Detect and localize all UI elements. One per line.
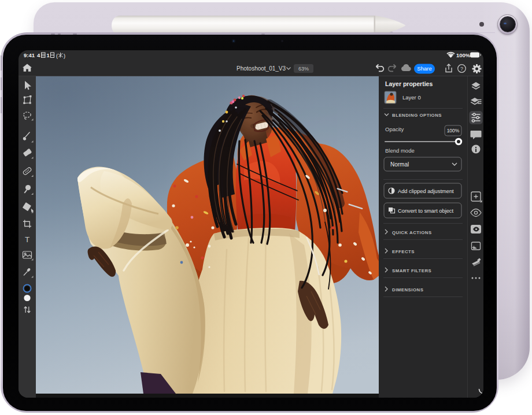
svg-text:BLENDING OPTIONS: BLENDING OPTIONS <box>392 113 442 118</box>
svg-text:Share: Share <box>417 65 431 72</box>
svg-text:DIMENSIONS: DIMENSIONS <box>392 287 423 292</box>
svg-text:4: 4 <box>37 52 40 58</box>
svg-text:Blend mode: Blend mode <box>385 147 415 154</box>
svg-text:Layer 0: Layer 0 <box>402 94 421 101</box>
svg-text:Layer properties: Layer properties <box>385 80 433 87</box>
svg-text:SMART FILTERS: SMART FILTERS <box>392 268 431 273</box>
svg-text:Photoshoot_01_V3: Photoshoot_01_V3 <box>237 65 286 72</box>
svg-text:63%: 63% <box>298 66 309 72</box>
svg-text:T: T <box>25 235 29 244</box>
svg-text:Convert to smart object: Convert to smart object <box>398 208 454 214</box>
svg-text:Opacity: Opacity <box>385 126 404 132</box>
svg-text:QUICK ACTIONS: QUICK ACTIONS <box>392 230 432 235</box>
svg-text:1: 1 <box>47 52 50 58</box>
svg-text:EFFECTS: EFFECTS <box>392 249 415 254</box>
svg-text:(: ( <box>56 53 58 59</box>
svg-text:): ) <box>64 53 65 59</box>
svg-text:100%: 100% <box>447 128 460 134</box>
svg-text:9:41: 9:41 <box>24 52 35 58</box>
svg-text:100%: 100% <box>456 52 471 58</box>
svg-text:Normal: Normal <box>390 161 409 168</box>
svg-text:Add clipped adjustment: Add clipped adjustment <box>398 188 454 194</box>
svg-text:?: ? <box>460 66 463 72</box>
